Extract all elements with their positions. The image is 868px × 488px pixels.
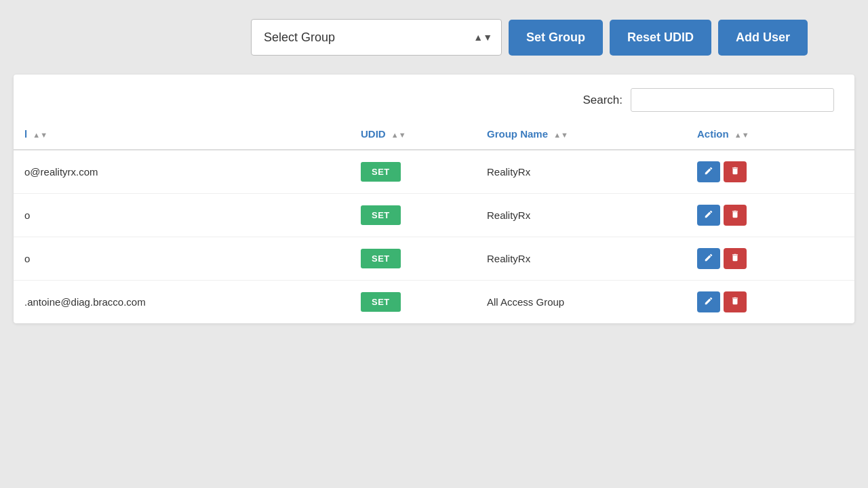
cell-group-name: RealityRx [476,194,686,237]
cell-udid: SET [350,237,476,281]
users-table: l ▲▼ UDID ▲▼ Group Name ▲▼ Action ▲▼ o@r… [14,119,854,323]
cell-action [686,281,854,324]
delete-button[interactable] [724,205,747,226]
table-row: o@realityrx.comSETRealityRx [14,150,854,194]
cell-action [686,237,854,281]
toolbar: Select Group All Access Group RealityRx … [0,0,868,75]
cell-email: o [14,194,350,237]
cell-udid: SET [350,150,476,194]
col-header-action[interactable]: Action ▲▼ [686,119,854,150]
cell-udid: SET [350,281,476,324]
search-input[interactable] [631,88,834,112]
add-user-button[interactable]: Add User [718,20,808,56]
cell-email: o@realityrx.com [14,150,350,194]
col-header-group[interactable]: Group Name ▲▼ [476,119,686,150]
cell-email: o [14,237,350,281]
cell-udid: SET [350,194,476,237]
cell-group-name: All Access Group [476,281,686,324]
edit-button[interactable] [697,205,720,226]
col-header-email[interactable]: l ▲▼ [14,119,350,150]
table-row: oSETRealityRx [14,237,854,281]
main-card: Search: l ▲▼ UDID ▲▼ Group Name ▲▼ Actio [14,75,854,323]
reset-udid-button[interactable]: Reset UDID [610,20,711,56]
set-udid-button[interactable]: SET [361,205,401,225]
cell-group-name: RealityRx [476,237,686,281]
cell-action [686,150,854,194]
cell-group-name: RealityRx [476,150,686,194]
sort-icon-group: ▲▼ [553,131,568,139]
cell-action [686,194,854,237]
edit-button[interactable] [697,291,720,312]
set-udid-button[interactable]: SET [361,292,401,312]
table-row: oSETRealityRx [14,194,854,237]
select-group-wrapper: Select Group All Access Group RealityRx … [251,19,502,56]
col-header-udid[interactable]: UDID ▲▼ [350,119,476,150]
sort-icon-action: ▲▼ [734,131,749,139]
sort-icon-email: ▲▼ [33,131,47,139]
cell-email: .antoine@diag.bracco.com [14,281,350,324]
delete-button[interactable] [724,248,747,269]
table-header-row: l ▲▼ UDID ▲▼ Group Name ▲▼ Action ▲▼ [14,119,854,150]
set-udid-button[interactable]: SET [361,162,401,182]
edit-button[interactable] [697,248,720,269]
sort-icon-udid: ▲▼ [391,131,406,139]
search-label: Search: [583,94,623,107]
table-row: .antoine@diag.bracco.comSETAll Access Gr… [14,281,854,324]
select-group-dropdown[interactable]: Select Group All Access Group RealityRx [251,19,502,56]
set-group-button[interactable]: Set Group [509,20,603,56]
search-bar: Search: [14,75,854,119]
delete-button[interactable] [724,161,747,182]
delete-button[interactable] [724,291,747,312]
set-udid-button[interactable]: SET [361,249,401,268]
edit-button[interactable] [697,161,720,182]
